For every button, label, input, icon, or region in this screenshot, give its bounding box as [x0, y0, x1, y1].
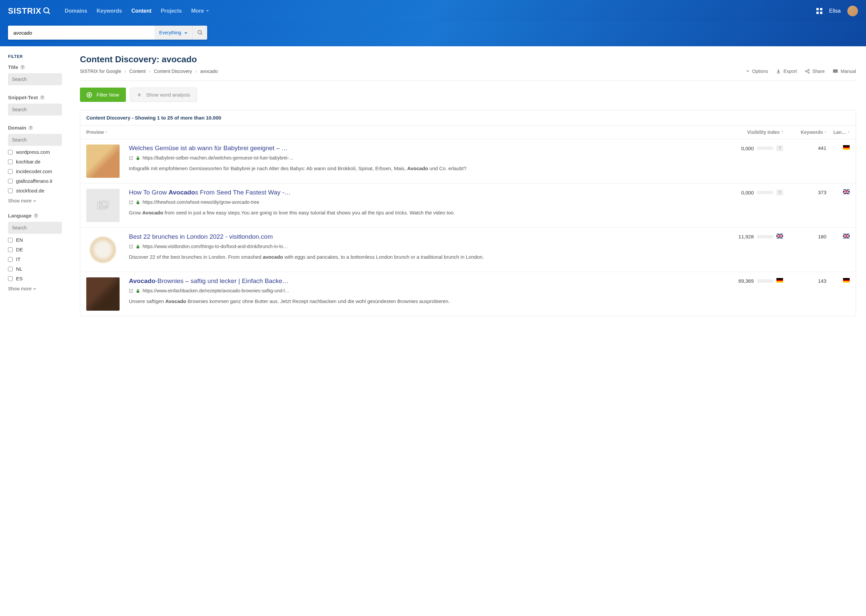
share-icon: [805, 69, 810, 74]
checkbox[interactable]: [8, 267, 13, 271]
logo[interactable]: SISTRIX: [8, 6, 51, 16]
svg-rect-2: [816, 8, 819, 10]
domain-option[interactable]: incidecoder.com: [8, 167, 62, 176]
filter-domain-input[interactable]: [8, 134, 62, 146]
checkbox[interactable]: [8, 179, 13, 184]
results-box: Content Discovery - Showing 1 to 25 of m…: [80, 110, 856, 316]
col-language[interactable]: Lan… ?: [827, 129, 850, 135]
lock-icon: [136, 200, 140, 204]
help-icon[interactable]: ?: [28, 126, 33, 130]
result-content: How To Grow Avocados From Seed The Faste…: [129, 189, 710, 222]
share-action[interactable]: Share: [805, 69, 825, 74]
checkbox[interactable]: [8, 238, 13, 242]
nav-more[interactable]: More: [191, 8, 209, 14]
search-icon: [42, 7, 51, 15]
col-visibility-index[interactable]: Visibility Index ?: [717, 129, 783, 135]
breadcrumb-item[interactable]: Content: [129, 69, 146, 74]
export-action[interactable]: Export: [776, 69, 797, 74]
svg-line-1: [48, 12, 50, 14]
external-link-icon[interactable]: [129, 289, 133, 293]
filter-now-button[interactable]: Filter Now: [80, 88, 126, 102]
external-link-icon[interactable]: [129, 156, 133, 160]
user-name[interactable]: Elisa: [829, 8, 841, 14]
result-thumbnail: [86, 145, 119, 178]
vi-flag: ?: [776, 145, 783, 151]
nav-content[interactable]: Content: [131, 8, 151, 14]
apps-icon[interactable]: [816, 8, 822, 14]
download-icon: [776, 69, 781, 74]
filter-title-input[interactable]: [8, 73, 62, 85]
language-option[interactable]: ES: [8, 274, 62, 283]
result-url[interactable]: https://www.einfachbacken.de/rezepte/avo…: [143, 288, 289, 293]
help-icon[interactable]: ?: [34, 214, 38, 218]
checkbox[interactable]: [8, 159, 13, 164]
result-meta: 0,000?373: [717, 189, 850, 222]
domain-option[interactable]: giallozafferano.it: [8, 176, 62, 186]
checkbox[interactable]: [8, 189, 13, 193]
svg-rect-24: [137, 291, 139, 293]
chevron-down-icon: [184, 31, 188, 35]
language-option[interactable]: NL: [8, 264, 62, 274]
breadcrumb-item: avocado: [200, 69, 218, 74]
filter-label-snippet: Snippet-Text?: [8, 94, 62, 100]
result-row: Best 22 brunches in London 2022 - visitl…: [80, 228, 856, 272]
col-keywords[interactable]: Keywords ?: [783, 129, 827, 135]
col-preview[interactable]: Preview ?: [86, 129, 717, 135]
result-title[interactable]: How To Grow Avocados From Seed The Faste…: [129, 189, 710, 196]
result-title[interactable]: Avocado-Brownies – saftig und lecker | E…: [129, 277, 710, 285]
language-option[interactable]: EN: [8, 235, 62, 245]
plus-circle-icon: [86, 92, 92, 97]
breadcrumb-item[interactable]: Content Discovery: [154, 69, 192, 74]
help-icon[interactable]: ?: [20, 65, 25, 69]
search-filter-dropdown[interactable]: Everything: [154, 26, 193, 39]
checkbox[interactable]: [8, 169, 13, 174]
vi-cell: 0,000?: [717, 189, 783, 195]
filter-language-input[interactable]: [8, 222, 62, 234]
search-input[interactable]: [8, 26, 154, 39]
domain-option[interactable]: stockfood.de: [8, 186, 62, 195]
result-url[interactable]: https://www.visitlondon.com/things-to-do…: [143, 244, 288, 249]
searchbar: Everything: [8, 26, 207, 39]
language-option[interactable]: DE: [8, 245, 62, 255]
language-show-more[interactable]: Show more: [8, 286, 62, 291]
domain-option[interactable]: wordpress.com: [8, 147, 62, 157]
manual-action[interactable]: Manual: [833, 69, 856, 74]
nav-keywords[interactable]: Keywords: [97, 8, 122, 14]
caret-down-icon: [746, 69, 750, 73]
avatar[interactable]: [847, 6, 858, 16]
keywords-value: 143: [783, 278, 827, 284]
vi-flag: [776, 234, 783, 239]
result-title[interactable]: Best 22 brunches in London 2022 - visitl…: [129, 233, 710, 240]
plus-icon: [137, 93, 141, 97]
checkbox[interactable]: [8, 247, 13, 252]
options-action[interactable]: Options: [746, 69, 768, 74]
nav-domains[interactable]: Domains: [64, 8, 87, 14]
keywords-value: 373: [783, 189, 827, 195]
keywords-value: 180: [783, 234, 827, 239]
domain-show-more[interactable]: Show more: [8, 198, 62, 203]
result-url[interactable]: https://babybrei-selber-machen.de/welche…: [143, 155, 294, 160]
breadcrumb-item[interactable]: SISTRIX for Google: [80, 69, 121, 74]
filter-group-title: Title?: [8, 64, 62, 85]
help-icon[interactable]: ?: [40, 95, 45, 100]
checkbox[interactable]: [8, 277, 13, 281]
external-link-icon[interactable]: [129, 244, 133, 249]
result-url-row: https://babybrei-selber-machen.de/welche…: [129, 155, 710, 160]
chevron-down-icon: [206, 9, 209, 13]
filter-snippet-input[interactable]: [8, 104, 62, 116]
word-analysis-button[interactable]: Show word analysis: [130, 88, 198, 102]
checkbox[interactable]: [8, 150, 13, 154]
result-title[interactable]: Welches Gemüse ist ab wann für Babybrei …: [129, 145, 710, 152]
result-content: Welches Gemüse ist ab wann für Babybrei …: [129, 145, 710, 178]
result-url[interactable]: https://thewhoot.com/whoot-news/diy/grow…: [143, 200, 259, 205]
vi-bar: [757, 280, 773, 283]
svg-line-7: [201, 33, 202, 35]
search-button[interactable]: [193, 26, 207, 39]
vi-value: 0,000: [741, 146, 754, 151]
language-option[interactable]: IT: [8, 255, 62, 264]
domain-option[interactable]: kochbar.de: [8, 157, 62, 167]
filter-sidebar: FILTER Title? Snippet-Text? Domain? word…: [0, 46, 70, 324]
checkbox[interactable]: [8, 257, 13, 262]
external-link-icon[interactable]: [129, 200, 133, 204]
nav-projects[interactable]: Projects: [161, 8, 182, 14]
